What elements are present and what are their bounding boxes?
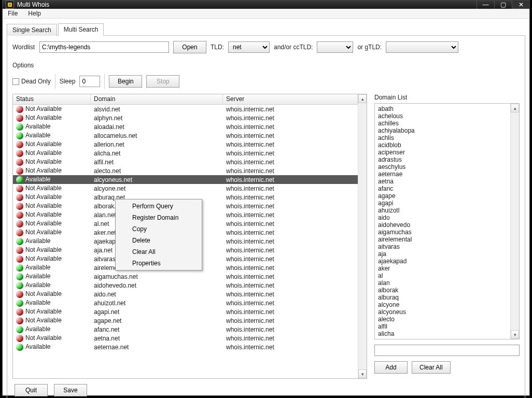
menu-item[interactable]: Clear All [117,246,201,258]
gtld-select[interactable] [386,41,458,53]
menu-item[interactable]: Delete [117,235,201,246]
checkbox-box[interactable] [12,78,19,85]
list-item[interactable]: aido [378,214,507,221]
status-unavailable-icon [16,220,23,228]
list-item[interactable]: agapi [378,200,507,207]
domain-list-input[interactable] [374,345,520,356]
table-row[interactable]: Not Availableaido.netwhois.internic.net [13,290,358,298]
list-item[interactable]: ahuizotl [378,207,507,214]
header-domain[interactable]: Domain [91,94,223,104]
table-row[interactable]: Not Availableaetna.netwhois.internic.net [13,334,358,343]
list-item[interactable]: al [378,272,507,279]
maximize-button[interactable]: ▢ [494,1,512,9]
list-item[interactable]: afanc [378,185,507,192]
status-unavailable-icon [16,335,23,342]
server-cell: whois.internic.net [223,255,358,263]
tab-multi-search[interactable]: Multi Search [58,23,104,36]
list-item[interactable]: aigamuchas [378,229,507,236]
menu-help[interactable]: Help [23,9,46,18]
begin-button[interactable]: Begin [109,75,142,88]
menu-file[interactable]: File [3,9,23,18]
scroll-up-icon[interactable]: ▴ [358,94,367,103]
list-item[interactable]: alburaq [378,294,507,301]
table-row[interactable]: Availableahuizotl.netwhois.internic.net [13,298,358,307]
table-row[interactable]: Availableafanc.netwhois.internic.net [13,325,358,334]
scroll-up-icon[interactable]: ▴ [511,104,519,112]
list-item[interactable]: aitvaras [378,243,507,250]
menu-item[interactable]: Copy [117,223,201,235]
table-row[interactable]: Not Availablealcyone.netwhois.internic.n… [13,184,358,193]
sleep-label: Sleep [60,78,76,85]
table-row[interactable]: Not Availableallerion.netwhois.internic.… [13,140,358,149]
open-button[interactable]: Open [173,41,206,53]
scroll-down-icon[interactable]: ▾ [511,330,519,339]
table-row[interactable]: Availableaeternae.netwhois.internic.net [13,343,358,351]
table-row[interactable]: Availablealoadai.netwhois.internic.net [13,122,358,131]
menu-item[interactable]: Register Domain [117,212,201,223]
status-unavailable-icon [16,194,23,201]
list-item[interactable]: alecto [378,316,507,323]
list-item[interactable]: abath [378,105,507,112]
menu-item[interactable]: Properties [117,258,201,269]
results-scrollbar[interactable]: ▴ ▾ [358,94,367,378]
table-row[interactable]: Not Availablealicha.netwhois.internic.ne… [13,149,358,158]
list-item[interactable]: alan [378,279,507,287]
close-button[interactable]: ✕ [512,1,529,9]
table-row[interactable]: Not Availablealecto.netwhois.internic.ne… [13,166,358,175]
status-cell: Available [13,132,91,139]
list-item[interactable]: alcyone [378,301,507,308]
list-item[interactable]: achlis [378,134,507,141]
status-cell: Not Available [13,246,91,254]
minimize-button[interactable]: — [477,1,494,9]
table-row[interactable]: Availableaidohevedo.netwhois.internic.ne… [13,281,358,290]
list-item[interactable]: aja [378,250,507,258]
wordlist-input[interactable] [39,41,169,53]
list-item[interactable]: alborak [378,287,507,294]
list-item[interactable]: achiyalabopa [378,127,507,134]
list-item[interactable]: alfil [378,323,507,330]
table-row[interactable]: Not Availablealfil.netwhois.internic.net [13,158,358,166]
server-cell: whois.internic.net [223,220,358,228]
table-row[interactable]: Not Availableagapi.netwhois.internic.net [13,307,358,316]
tld-select[interactable]: net [228,41,270,53]
cctld-select[interactable] [317,41,353,53]
list-item[interactable]: agape [378,192,507,200]
title-bar[interactable]: Multi Whois — ▢ ✕ [3,1,529,9]
status-cell: Not Available [13,334,91,342]
list-item[interactable]: adrastus [378,156,507,163]
table-row[interactable]: Not Availablealsvid.netwhois.internic.ne… [13,105,358,113]
list-item[interactable]: achilles [378,120,507,127]
save-button[interactable]: Save [54,384,87,396]
list-item[interactable]: ajaekapad [378,258,507,265]
header-server[interactable]: Server [223,94,358,104]
header-status[interactable]: Status [13,94,91,104]
list-item[interactable]: acipenser [378,149,507,156]
status-cell: Not Available [13,317,91,324]
stop-button[interactable]: Stop [146,75,179,88]
table-row[interactable]: Not Availablealphyn.netwhois.internic.ne… [13,113,358,122]
table-row[interactable]: Availableaigamuchas.netwhois.internic.ne… [13,272,358,281]
add-button[interactable]: Add [374,361,408,374]
list-item[interactable]: airelemental [378,236,507,243]
list-item[interactable]: alicha [378,330,507,337]
menu-item[interactable]: Perform Query [117,201,201,212]
list-item[interactable]: alcyoneus [378,308,507,316]
table-row[interactable]: Availableallocamelus.netwhois.internic.n… [13,131,358,140]
domain-list-items[interactable]: abathachelousachillesachiyalabopaachlisa… [375,104,510,339]
list-item[interactable]: aeternae [378,170,507,178]
scroll-down-icon[interactable]: ▾ [358,369,367,378]
quit-button[interactable]: Quit [15,384,48,396]
table-row[interactable]: Availablealcyoneus.netwhois.internic.net [13,175,358,184]
list-item[interactable]: aeschylus [378,163,507,170]
list-item[interactable]: acidblob [378,141,507,149]
tab-single-search[interactable]: Single Search [7,24,57,36]
table-row[interactable]: Not Availableagape.netwhois.internic.net [13,316,358,325]
clear-all-button[interactable]: Clear All [412,361,451,374]
list-item[interactable]: aidohevedo [378,221,507,229]
domain-list-scrollbar[interactable]: ▴ ▾ [510,104,519,339]
list-item[interactable]: achelous [378,112,507,120]
sleep-input[interactable] [79,76,100,87]
list-item[interactable]: aetna [378,178,507,185]
list-item[interactable]: aker [378,265,507,272]
dead-only-checkbox[interactable]: Dead Only [12,78,51,85]
